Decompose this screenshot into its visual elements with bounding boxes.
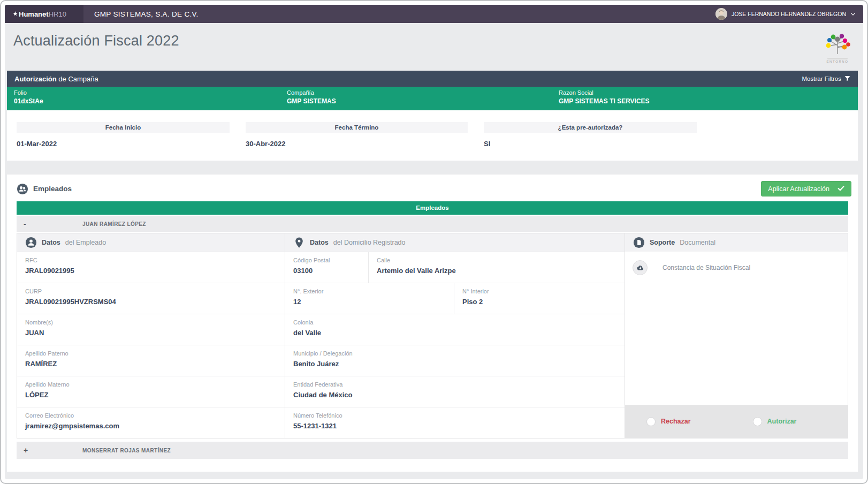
correo-field: Correo Electrónicojramirez@gmpsistemas.c… [17, 407, 285, 438]
municipio-field: Municipio / DelegaciónBenito Juárez [285, 345, 625, 376]
razon-social-field: Razon Social GMP SISTEMAS TI SERVICES [559, 87, 858, 110]
employee-row[interactable]: + MONSERRAT ROJAS MARTÍNEZ [17, 442, 848, 459]
app-window: HumanetHR10 GMP SISTEMAS, S.A. DE C.V. J… [0, 0, 868, 484]
employees-section-label: Empleados [33, 185, 72, 193]
authorize-label[interactable]: Autorizar [767, 418, 797, 425]
user-name: JOSE FERNANDO HERNANDEZ OBREGON [732, 11, 846, 17]
preautorizada-field: ¿Esta pre-autorizada? SI [484, 122, 697, 148]
folio-field: Folio 01dxStAe [14, 87, 287, 110]
entorno-tree-icon [823, 33, 852, 55]
user-menu[interactable]: JOSE FERNANDO HERNANDEZ OBREGON [715, 5, 863, 23]
entorno-logo: ENTORNO [822, 33, 853, 63]
employee-name: JUAN RAMÍREZ LÓPEZ [82, 221, 146, 227]
decision-bar: Rechazar Autorizar [625, 405, 848, 438]
reject-label[interactable]: Rechazar [661, 418, 691, 425]
avatar [715, 8, 727, 20]
campaign-summary-bar: Folio 01dxStAe Compañía GMP SISTEMAS Raz… [7, 87, 858, 110]
codigo-postal-field: Código Postal03100 [285, 252, 368, 283]
campaign-card: Autorización de Campaña Mostrar Filtros … [7, 71, 858, 161]
fecha-inicio-field: Fecha Inicio 01-Mar-2022 [17, 122, 230, 148]
campaign-details: Fecha Inicio 01-Mar-2022 Fecha Término 3… [7, 110, 858, 161]
entorno-caption: ENTORNO [822, 60, 853, 63]
campaign-title: Autorización de Campaña [14, 75, 98, 83]
apply-update-label: Aplicar Actualización [768, 185, 829, 193]
campaign-header: Autorización de Campaña Mostrar Filtros [7, 71, 858, 87]
filter-icon [844, 75, 850, 82]
collapse-toggle-icon[interactable]: - [24, 220, 34, 228]
reject-option[interactable]: Rechazar [646, 417, 691, 426]
entidad-federativa-field: Entidad FederativaCiudad de México [285, 376, 625, 407]
address-data-header: Datos del Domicilio Registrado [285, 233, 625, 252]
title-row: Actualización Fiscal 2022 ENTORNO [5, 23, 863, 65]
document-link[interactable]: Constancia de Situación Fiscal [625, 252, 848, 275]
brand-leaf-icon [13, 11, 18, 17]
brand-name-bold: Humanet [19, 10, 49, 18]
document-support-panel: Soporte Documental Constancia de Situaci… [625, 233, 848, 438]
numero-interior-field: N° InteriorPiso 2 [454, 283, 625, 314]
employee-detail: Datos del Empleado RFCJRAL09021995 CURPJ… [17, 233, 848, 438]
rfc-field: RFCJRAL09021995 [17, 252, 285, 283]
brand-logo[interactable]: HumanetHR10 [5, 5, 83, 23]
telefono-field: Número Telefónico55-1231-1321 [285, 407, 625, 438]
fecha-termino-field: Fecha Término 30-Abr-2022 [246, 122, 468, 148]
authorize-option[interactable]: Autorizar [753, 417, 797, 426]
expand-toggle-icon[interactable]: + [24, 446, 34, 455]
nombre-field: Nombre(s)JUAN [17, 314, 285, 345]
company-name: GMP SISTEMAS, S.A. DE C.V. [94, 5, 199, 23]
curp-field: CURPJRAL09021995HVZRSMS04 [17, 283, 285, 314]
page-title: Actualización Fiscal 2022 [13, 33, 179, 49]
users-icon [17, 183, 28, 195]
employee-name: MONSERRAT ROJAS MARTÍNEZ [82, 448, 171, 453]
panel-spacer [625, 275, 848, 405]
employees-card: Empleados Aplicar Actualización Empleado… [7, 175, 858, 472]
apellido-materno-field: Apellido MaternoLÓPEZ [17, 376, 285, 407]
page: HumanetHR10 GMP SISTEMAS, S.A. DE C.V. J… [5, 5, 863, 479]
colonia-field: Coloniadel Valle [285, 314, 625, 345]
apellido-paterno-field: Apellido PaternoRAMÍREZ [17, 345, 285, 376]
entorno-tagline [827, 58, 848, 59]
employees-header: Empleados Aplicar Actualización [7, 175, 858, 201]
document-label[interactable]: Constancia de Situación Fiscal [663, 264, 750, 271]
employees-table-header: Empleados [17, 201, 848, 215]
employee-data-panel: Datos del Empleado RFCJRAL09021995 CURPJ… [17, 233, 285, 438]
check-icon [837, 185, 844, 193]
brand-name-light: HR10 [49, 10, 66, 18]
map-pin-icon [293, 237, 305, 248]
employee-row[interactable]: - JUAN RAMÍREZ LÓPEZ [17, 216, 848, 232]
person-icon [25, 237, 37, 248]
address-data-panel: Datos del Domicilio Registrado Código Po… [285, 233, 625, 438]
calle-field: CalleArtemio del Valle Arizpe [368, 252, 625, 283]
employee-data-header: Datos del Empleado [17, 233, 285, 252]
apply-update-button[interactable]: Aplicar Actualización [761, 181, 851, 196]
show-filters-button[interactable]: Mostrar Filtros [802, 75, 850, 82]
chevron-down-icon [850, 11, 856, 17]
show-filters-label: Mostrar Filtros [802, 75, 841, 82]
numero-exterior-field: N°. Exterior12 [285, 283, 454, 314]
document-icon [633, 237, 645, 248]
employees-section-title: Empleados [17, 183, 72, 195]
authorize-radio[interactable] [753, 417, 762, 426]
company-field: Compañía GMP SISTEMAS [287, 87, 559, 110]
topbar: HumanetHR10 GMP SISTEMAS, S.A. DE C.V. J… [5, 5, 863, 23]
reject-radio[interactable] [646, 417, 656, 426]
document-support-header: Soporte Documental [625, 233, 848, 252]
cloud-download-icon[interactable] [633, 260, 648, 275]
